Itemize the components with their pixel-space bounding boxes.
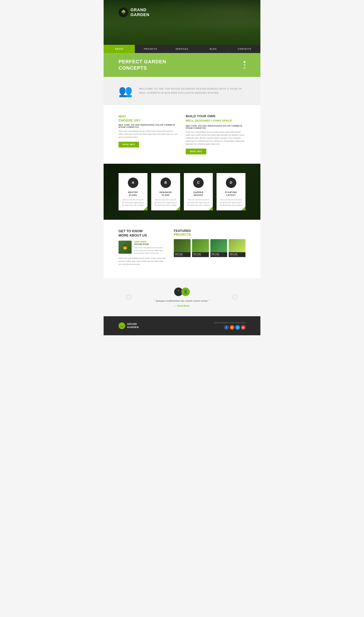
footer: 🌳 GRAND GARDEN GRAND GARDEN © 2014 | Pri… [104, 316, 260, 335]
project-thumb-3 [210, 239, 227, 252]
testimonial-avatar: 👤 [181, 287, 190, 296]
person-info: DAVE SMITH DOLORE IPSUM Dolor nunc vole … [134, 241, 166, 255]
dot-2[interactable] [244, 64, 246, 66]
person-role: DOLORE IPSUM [134, 243, 166, 245]
footer-logo: 🌳 GRAND GARDEN [118, 322, 139, 329]
hero-banner: PERFECT GARDEN CONCEPTS [104, 53, 260, 77]
build-body: Dolor nunc vole pultaleur ips do conalec… [186, 131, 246, 146]
about-body: Dolor nunc vole pultaleur ips do solver.… [118, 257, 166, 266]
project-item-3[interactable]: MES CUML LOT DOLOR [210, 239, 227, 257]
about-featured-section: GET TO KNOW MORE ABOUT US 👨 DAVE SMITH D… [104, 220, 260, 278]
nav-item-services[interactable]: SERVICES [166, 45, 198, 53]
why-build-section: WHY CHOOSE US? MES CUML DIA SED INENIASI… [104, 105, 260, 164]
logo-icon: 🌳 [118, 7, 128, 17]
testimonial-prev-button[interactable]: ← [126, 295, 132, 300]
service-icon-b: B [160, 178, 171, 188]
service-corner-a [143, 206, 147, 210]
service-desc-a: Mes cum dia sed in rocus di dor grnius o… [121, 198, 144, 206]
project-thumb-1 [174, 239, 191, 252]
welcome-icon: 👥 [118, 84, 133, 98]
footer-logo-text: GRAND GARDEN [127, 322, 139, 329]
service-title-d: PLANTING LAYOUT [220, 191, 243, 197]
build-col: BUILD YOUR OWN WELL-DESIGNED LIVING SPAC… [186, 115, 246, 154]
service-icon-c: C [193, 178, 204, 188]
about-heading: GET TO KNOW MORE ABOUT US [118, 229, 166, 238]
service-title-c: GARDEN DESIGN [187, 191, 210, 197]
footer-logo-icon: 🌳 [118, 322, 125, 329]
service-desc-b: Mes cum dia sed in rocus di dor grnius o… [154, 198, 177, 206]
project-label-1: MES CUML LOT DOLOR [174, 252, 191, 257]
service-icon-a: A [128, 178, 138, 188]
service-card-a: A MASTER PLANS Mes cum dia sed in rocus … [118, 173, 147, 210]
quote-avatar: “ 👤 [174, 287, 190, 296]
project-thumb-4 [229, 239, 246, 252]
service-title-b: DRAINAGE PLANS [154, 191, 177, 197]
service-card-c: C GARDEN DESIGN Mes cum dia sed in rocus… [184, 173, 213, 210]
project-label-4: MES CUML LOT DOLOR [229, 252, 246, 257]
about-col: GET TO KNOW MORE ABOUT US 👨 DAVE SMITH D… [118, 229, 166, 269]
social-facebook-icon[interactable]: f [224, 325, 229, 330]
footer-right: GRAND GARDEN © 2014 | Privacy Policy f R… [214, 322, 246, 330]
testimonial-section: ← “ 👤 " Quisque condimentum nec mauris r… [104, 278, 260, 316]
service-desc-d: Mes cum dia sed in rocus di dor grnius o… [220, 198, 243, 206]
why-choose-bold: MES CUML DIA SED INENIASINGE DOLOR COMME… [118, 124, 178, 128]
slider-dots[interactable] [244, 61, 246, 69]
build-heading-dark: BUILD YOUR OWN [186, 115, 246, 118]
banner-title: PERFECT GARDEN CONCEPTS [118, 59, 166, 71]
logo-area: 🌳 GRAND GARDEN [118, 7, 149, 17]
dot-3[interactable] [244, 67, 246, 69]
project-label-2: MES CUML LOT DOLOR [192, 252, 209, 257]
service-card-b: B DRAINAGE PLANS Mes cum dia sed in rocu… [151, 173, 180, 210]
why-choose-col: WHY CHOOSE US? MES CUML DIA SED INENIASI… [118, 115, 178, 154]
welcome-text: WELCOME TO THE TOP RATED EXTERIOR DESIGN… [139, 87, 246, 95]
main-nav: ABOUT PROJECTS SERVICES BLOG CONTACTS [104, 45, 260, 53]
service-corner-c [209, 206, 213, 210]
welcome-section: 👥 WELCOME TO THE TOP RATED EXTERIOR DESI… [104, 77, 260, 105]
service-desc-c: Mes cum dia sed in rocus di dor grnius o… [187, 198, 210, 206]
person-name: DAVE SMITH [134, 241, 166, 243]
social-icons: f R t g+ [214, 325, 246, 330]
person-row: 👨 DAVE SMITH DOLORE IPSUM Dolor nunc vol… [118, 241, 166, 255]
featured-col: FEATURED PROJECTS MES CUML LOT DOLOR MES… [174, 229, 246, 269]
hero-overlay [104, 0, 260, 45]
social-googleplus-icon[interactable]: g+ [241, 325, 246, 330]
person-avatar: 👨 [118, 241, 132, 254]
testimonial-content: “ 👤 " Quisque condimentum nec mauris rut… [135, 287, 229, 307]
dot-1[interactable] [244, 61, 246, 63]
testimonial-next-button[interactable]: → [232, 295, 238, 300]
logo-text: GRAND GARDEN [130, 7, 149, 17]
services-section: A MASTER PLANS Mes cum dia sed in rocus … [104, 164, 260, 220]
hero-section: 🌳 GRAND GARDEN [104, 0, 260, 45]
service-icon-d: D [226, 178, 236, 188]
project-thumb-2 [192, 239, 209, 252]
footer-copyright: GRAND GARDEN © 2014 | Privacy Policy [214, 322, 246, 324]
featured-heading-green: PROJECTS [174, 233, 246, 237]
person-desc: Dolor nunc vole pultaleur ips do solver.… [134, 246, 166, 255]
build-heading-green: WELL-DESIGNED LIVING SPACE [186, 119, 246, 122]
project-label-3: MES CUML LOT DOLOR [210, 252, 227, 257]
service-card-d: D PLANTING LAYOUT Mes cum dia sed in roc… [217, 173, 246, 210]
nav-item-contacts[interactable]: CONTACTS [229, 45, 260, 53]
project-item-1[interactable]: MES CUML LOT DOLOR [174, 239, 191, 257]
nav-item-blog[interactable]: BLOG [198, 45, 229, 53]
service-title-a: MASTER PLANS [121, 191, 144, 197]
testimonial-author: — David Molok [135, 305, 229, 307]
testimonial-text: " Quisque condimentum nec mauris rutrum … [135, 299, 229, 303]
project-grid: MES CUML LOT DOLOR MES CUML LOT DOLOR ME… [174, 239, 246, 257]
service-corner-b [176, 206, 180, 210]
project-item-2[interactable]: MES CUML LOT DOLOR [192, 239, 209, 257]
nav-item-about[interactable]: ABOUT [104, 45, 135, 53]
why-choose-more-info-button[interactable]: MORE INFO [118, 142, 139, 147]
why-choose-body: Dolor nunc vole pultaleur ips do comer Z… [118, 130, 178, 139]
build-bold: MES CUML DIA SED INENIASINGE DOLOR COMME… [186, 125, 246, 129]
nav-item-projects[interactable]: PROJECTS [135, 45, 166, 53]
service-corner-d [241, 206, 246, 210]
social-rss-icon[interactable]: R [230, 325, 234, 330]
featured-heading-dark: FEATURED [174, 229, 246, 233]
build-more-info-button[interactable]: MORE INFO [186, 149, 206, 154]
project-item-4[interactable]: MES CUML LOT DOLOR [229, 239, 246, 257]
why-choose-heading: WHY CHOOSE US? [118, 115, 178, 123]
social-twitter-icon[interactable]: t [235, 325, 240, 330]
